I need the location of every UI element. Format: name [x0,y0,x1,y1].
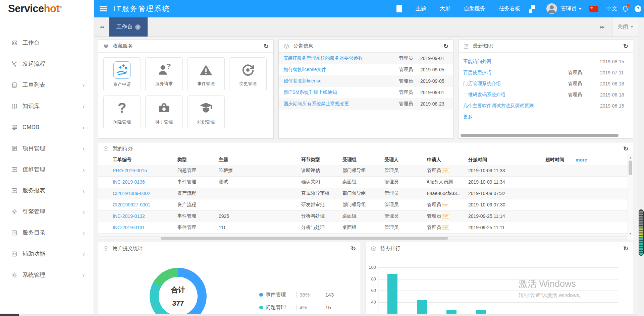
refresh-icon[interactable]: ↻ [623,146,628,152]
sidebar-item-knowledge-base[interactable]: 知识库‹ [0,96,94,117]
service-tile-incident-mgmt[interactable]: 事件管理 [187,57,225,91]
item-title-link[interactable]: 门店管理系统介绍 [463,81,568,87]
item-title-link[interactable]: 二维码发码系统介绍 [463,92,568,98]
nav-task-board[interactable]: 任务看板 [499,5,520,12]
ticket-id-link[interactable]: INC-2019-0132 [113,213,145,219]
service-tile-service-request[interactable]: ?服务请求 [145,57,183,91]
scrollbar-thumb[interactable] [639,209,644,256]
list-item[interactable]: 如何替换license文件管理员2019-09-05 [279,64,453,75]
service-tile-knowledge-mgmt[interactable]: 知识管理 [187,96,225,129]
list-item[interactable]: 百度使用技巧管理员2019-07-11 [459,67,633,78]
scrollbar-thumb[interactable] [0,314,19,316]
item-title-link[interactable]: 安装IT服务管理系统的服务器要求参数 [283,55,399,61]
list-item[interactable]: 几个主要软件调试方法及调试原则2019-06-15 [459,100,633,111]
more-link[interactable]: more [576,157,587,163]
table-row-partial[interactable]: 管理员管理员 [98,233,628,236]
nav-big-screen[interactable]: 大屏 [440,5,450,12]
tab-workbench[interactable]: 工作台 × [109,17,148,37]
service-tile-patch-mgmt[interactable]: 补丁管理 [145,96,183,129]
item-title-link[interactable]: 几个主要软件调试方法及调试原则 [463,103,568,109]
nav-theme[interactable]: 主题 [416,5,426,12]
list-item[interactable]: 安装IT服务管理系统的服务器要求参数管理员2019-09-01 [279,53,453,64]
sidebar-item-service-report[interactable]: 服务报表‹ [0,180,94,201]
sidebar-item-workbench[interactable]: 工作台 [0,32,94,53]
list-item[interactable]: 如何获取新license管理员2019-09-05 [279,75,453,87]
ticket-id-link[interactable]: INC-2019-0136 [113,179,145,185]
close-tabs-dropdown[interactable]: 关闭 [612,17,638,37]
sidebar-item-engine-mgmt[interactable]: 引擎管理‹ [0,201,94,222]
nav-self-service[interactable]: 自助服务 [464,5,485,12]
avatar[interactable] [546,3,557,14]
refresh-icon[interactable]: ↻ [443,43,448,49]
list-item[interactable]: 二维码发码系统介绍管理员2019-06-18 [459,89,633,100]
notification-bell-icon[interactable] [621,5,629,13]
refresh-icon[interactable]: ↻ [264,43,269,49]
sidebar-item-system-mgmt[interactable]: 系统管理‹ [0,264,94,286]
item-title-link[interactable]: 新ITSM系统升级上线通知 [283,89,399,96]
service-tile-change-mgmt[interactable]: 变更管理 [229,57,267,91]
list-item[interactable]: 新ITSM系统升级上线通知管理员2019-09-01 [279,87,453,98]
item-title-link[interactable]: 如何替换license文件 [283,67,399,73]
sidebar-item-duty-mgmt[interactable]: 值班管理‹ [0,159,94,180]
legend-item[interactable]: 问题管理4%15 [259,303,357,311]
sidebar-item-cmdb[interactable]: CMDB‹ [0,117,94,138]
scrollbar-thumb[interactable] [161,237,448,240]
tab-close-icon[interactable]: × [135,24,141,30]
list-item[interactable]: 国庆期间所有系统禁止常规变更管理员2019-08-23 [279,98,453,110]
sidebar-item-auxiliary[interactable]: 辅助功能‹ [0,243,94,264]
panel-horizontal-scrollbar[interactable] [461,134,619,137]
refresh-icon[interactable]: ↻ [623,43,628,49]
sidebar-item-project-mgmt[interactable]: 项目管理‹ [0,138,94,159]
page-horizontal-scrollbar[interactable] [0,314,638,316]
apps-grid-icon[interactable] [529,5,537,13]
item-title-link[interactable]: 国庆期间所有系统禁止常规变更 [283,101,399,107]
scrollbar-thumb[interactable] [629,161,632,175]
table-row[interactable]: INC-2019-0136事件管理测试确认关闭桌面组管理员it服务人员测...2… [98,176,628,188]
gridline [378,302,618,303]
table-row[interactable]: CI20190927-0001资产流程研发部审批部门领导组管理员管理员VIP20… [98,199,628,210]
legend-item[interactable]: 事件管理38%143 [259,291,357,299]
fullscreen-icon[interactable] [396,5,402,12]
help-icon[interactable]: ? [635,5,641,12]
scroll-down-icon[interactable]: ▼ [628,232,633,235]
item-title-link[interactable]: 如何获取新license [283,78,399,84]
logo: Servicehot® [0,0,94,17]
table-horizontal-scrollbar[interactable] [98,236,628,240]
table-row[interactable]: PRO-2019-0015问题管理吃萨擦诊断评估部门领导组管理员管理员VIP20… [98,165,628,176]
item-title-link[interactable]: 百度使用技巧 [463,70,568,76]
user-menu[interactable]: 管理员 [560,5,582,12]
ticket-id-link[interactable]: CI20190927-0001 [113,202,150,207]
sidebar-item-service-catalog[interactable]: 服务目录‹ [0,222,94,243]
refresh-icon[interactable]: ↻ [623,246,628,252]
ticket-id-link[interactable]: PRO-2019-0015 [113,168,147,173]
scroll-up-icon[interactable]: ▲ [628,156,633,159]
sidebar-item-label: 工作台 [22,39,40,47]
page-vertical-scrollbar[interactable] [638,17,644,316]
table-row[interactable]: CI20191009-0002资产流程直属领导审核部门领导组管理员84ae860… [98,188,628,199]
language-switch[interactable]: 中文 [606,5,617,12]
legend-percent: 38% [297,292,325,298]
ticket-id-link[interactable]: INC-2019-0131 [113,225,145,230]
ticket-step: 分析与处理 [301,222,342,233]
china-flag-icon[interactable] [589,6,598,12]
item-title-link[interactable]: 不能访问外网 [463,59,568,65]
list-item[interactable]: 不能访问外网2019-08-15 [459,56,633,67]
service-tile-asset-request[interactable]: 资产申请 [103,57,141,91]
ticket-id-link[interactable]: CI20191009-0002 [113,191,150,196]
cube-icon [103,146,109,152]
tabs-scroll-left-icon[interactable]: ◀◀ [94,17,109,37]
refresh-icon[interactable]: ↻ [351,246,356,252]
sidebar-item-start-flow[interactable]: 发起流程 [0,53,94,74]
item-author: 管理员 [568,70,600,76]
service-tile-label: 资产申请 [113,81,131,87]
table-row[interactable]: INC-2019-0131事件管理111分析与处理桌面组管理员管理员VIP201… [98,222,628,233]
service-tile-problem-mgmt[interactable]: ?问题管理 [103,96,141,129]
sidebar-item-ticket-list[interactable]: 工单列表‹ [0,74,94,96]
more-link[interactable]: 更多 [463,114,473,120]
bar[interactable] [387,274,397,316]
menu-hamburger-icon[interactable] [100,6,107,11]
list-item[interactable]: 门店管理系统介绍管理员2019-06-18 [459,78,633,89]
table-vertical-scrollbar[interactable]: ▲ ▼ [628,155,633,236]
tabs-scroll-right-icon[interactable]: ▶▶ [592,17,612,37]
table-row[interactable]: INC-2019-0132事件管理0925分析与处理桌面组管理员管理员VIP20… [98,210,628,222]
